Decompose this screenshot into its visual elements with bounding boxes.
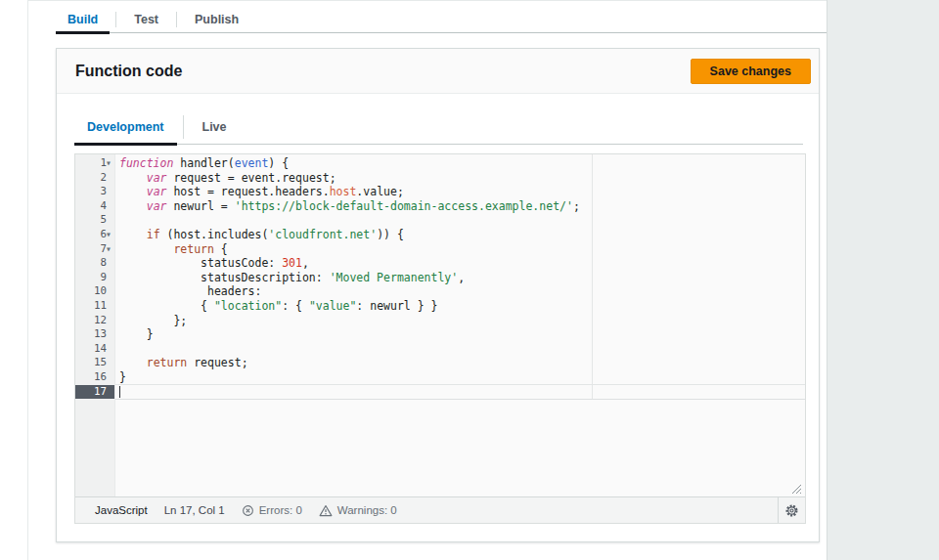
gutter-line-number: 9	[75, 271, 114, 285]
gutter-line-number: 16	[75, 370, 114, 385]
errors-indicator: Errors: 0	[242, 504, 302, 517]
language-label: JavaScript	[95, 504, 148, 516]
page-background	[827, 0, 939, 560]
fold-toggle-icon[interactable]: ▼	[107, 228, 114, 242]
code-line: if (host.includes('cloudfront.net')) {	[115, 228, 805, 242]
code-line: return request;	[115, 356, 805, 370]
gutter-line-number: 2	[75, 171, 114, 186]
code-line: };	[115, 314, 805, 328]
editor-settings-button[interactable]	[778, 497, 805, 523]
tab-divider	[183, 115, 184, 139]
code-line: statusCode: 301,	[115, 256, 805, 271]
gear-icon	[784, 503, 799, 518]
warnings-count-label: Warnings: 0	[337, 504, 397, 516]
gutter-line-numbers: 1▼23456▼7▼891011121314151617	[75, 156, 114, 399]
divider	[27, 0, 28, 560]
code-line: headers:	[115, 284, 805, 299]
gutter-line-number: 15	[75, 356, 114, 370]
code-line: var newurl = 'https://block-default-doma…	[115, 199, 805, 214]
code-line: { "location": { "value": newurl } }	[115, 299, 805, 314]
page-tabs: Build Test Publish	[56, 7, 827, 33]
panel-title: Function code	[75, 63, 182, 80]
tab-development-label: Development	[87, 120, 164, 134]
gutter-line-number: 13	[75, 327, 114, 342]
resize-handle-icon[interactable]	[789, 481, 802, 494]
tab-live[interactable]: Live	[190, 110, 240, 144]
code-line	[115, 385, 805, 400]
function-code-panel: Function code Save changes Development L…	[56, 48, 820, 542]
gutter-line-number: 17	[75, 385, 114, 400]
code-line: function handler(event) {	[115, 156, 805, 171]
errors-count-label: Errors: 0	[259, 504, 302, 516]
gutter-line-number: 14	[75, 342, 114, 357]
gutter-line-number: 1▼	[75, 156, 114, 171]
tab-publish[interactable]: Publish	[183, 7, 250, 32]
code-line: var request = event.request;	[115, 171, 805, 186]
code-content[interactable]: function handler(event) { var request = …	[115, 156, 805, 399]
tab-development[interactable]: Development	[74, 110, 177, 144]
gutter-line-number: 11	[75, 299, 114, 314]
gutter-line-number: 8	[75, 256, 114, 271]
tab-divider	[115, 12, 116, 27]
gutter-line-number: 10	[75, 284, 114, 299]
error-circle-icon	[242, 504, 254, 517]
cursor-position-label: Ln 17, Col 1	[164, 504, 225, 516]
editor-status-bar: JavaScript Ln 17, Col 1 Errors: 0	[75, 496, 805, 523]
fold-toggle-icon[interactable]: ▼	[107, 242, 114, 257]
code-line	[115, 213, 805, 228]
gutter-line-number: 3	[75, 185, 114, 199]
cloudfront-function-page: Build Test Publish Function code Save ch…	[0, 0, 939, 560]
gutter-line-number: 4	[75, 199, 114, 214]
panel-header: Function code Save changes	[57, 49, 819, 94]
gutter-line-number: 5	[75, 213, 114, 228]
divider	[28, 0, 827, 1]
text-cursor	[119, 386, 120, 398]
gutter-line-number: 6▼	[75, 228, 114, 242]
code-line: }	[115, 370, 805, 385]
code-line: var host = request.headers.host.value;	[115, 185, 805, 199]
save-changes-button[interactable]: Save changes	[691, 59, 811, 84]
tab-divider	[176, 12, 177, 27]
code-line	[115, 342, 805, 357]
tab-live-label: Live	[202, 120, 227, 134]
fold-toggle-icon[interactable]: ▼	[107, 156, 114, 171]
editor-tabs: Development Live	[74, 110, 803, 145]
warnings-indicator: Warnings: 0	[319, 504, 397, 517]
tab-test[interactable]: Test	[122, 7, 170, 32]
warning-triangle-icon	[319, 504, 333, 517]
tab-build-label: Build	[67, 13, 98, 26]
gutter-line-number: 12	[75, 314, 114, 328]
tab-test-label: Test	[134, 13, 158, 26]
code-line: }	[115, 327, 805, 342]
code-line: return {	[115, 242, 805, 257]
code-editor[interactable]: 1▼23456▼7▼891011121314151617 function ha…	[74, 153, 806, 524]
code-line: statusDescription: 'Moved Permanently',	[115, 271, 805, 285]
tab-build[interactable]: Build	[56, 7, 110, 32]
tab-publish-label: Publish	[195, 13, 239, 26]
gutter-line-number: 7▼	[75, 242, 114, 257]
